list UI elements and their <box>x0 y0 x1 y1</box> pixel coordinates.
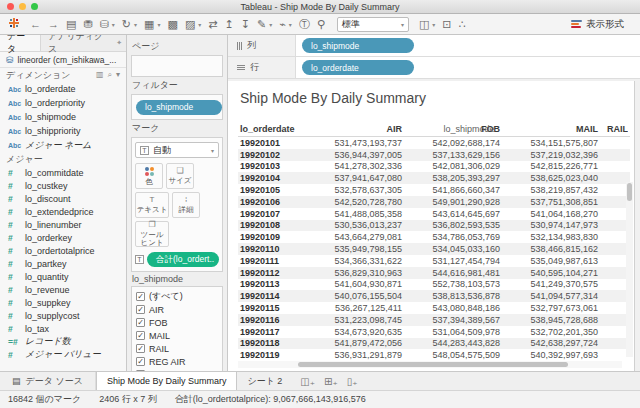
field-メジャー バリュー[interactable]: #メジャー バリュー <box>0 348 126 361</box>
column-dimension-header[interactable]: lo_shipmode <box>308 124 630 136</box>
rows-shelf[interactable]: 行 lo_orderdate <box>228 57 640 79</box>
tableau-logo-icon[interactable] <box>8 17 20 31</box>
undo-icon[interactable]: ← <box>30 19 41 30</box>
table-row[interactable]: 19920101531,473,193,737542,092,688,17453… <box>238 137 630 149</box>
new-dashboard-tab-icon[interactable]: ⊞₊ <box>324 376 338 387</box>
highlight-icon[interactable]: ✎ <box>257 19 266 30</box>
table-row[interactable]: 19920115536,267,125,411543,080,848,18653… <box>238 302 630 314</box>
checkbox-checked-icon[interactable]: ✓ <box>136 318 145 327</box>
show-hide-cards-icon-dropdown[interactable]: ▾ <box>432 21 435 28</box>
field-lo_partkey[interactable]: #lo_partkey <box>0 257 126 270</box>
filters-shelf[interactable]: lo_shipmode <box>131 94 223 120</box>
field-lo_extendedprice[interactable]: #lo_extendedprice <box>0 205 126 218</box>
paperclip-icon[interactable]: ⌁ <box>279 19 286 30</box>
columns-shelf[interactable]: 列 lo_shipmode <box>228 35 640 57</box>
table-row[interactable]: 19920111534,366,331,622531,127,454,79453… <box>238 255 630 267</box>
add-datasource-icon[interactable]: ⛃ <box>83 19 92 30</box>
pause-auto-updates-icon[interactable]: ⛁ <box>100 19 109 30</box>
swap-axes-icon[interactable]: ⇄ <box>208 19 217 30</box>
show-me-button[interactable]: 表示形式 <box>571 18 624 31</box>
filter-option-FOB[interactable]: ✓FOB <box>136 316 218 329</box>
tab-data[interactable]: データ <box>0 35 41 51</box>
checkbox-checked-icon[interactable]: ✓ <box>136 357 145 366</box>
view-as-columns-icon[interactable]: ▥ <box>96 70 104 80</box>
detail-button[interactable]: ⁞詳細 <box>172 192 200 218</box>
sort-ascending-icon[interactable]: ↥ <box>225 19 234 30</box>
field-lo_orderkey[interactable]: #lo_orderkey <box>0 231 126 244</box>
measure-pill[interactable]: 合計(lo_ordert.. <box>147 252 219 267</box>
checkbox-checked-icon[interactable]: ✓ <box>136 292 145 301</box>
field-lo_custkey[interactable]: #lo_custkey <box>0 179 126 192</box>
clear-sheet-icon-dropdown[interactable]: ▾ <box>198 21 201 28</box>
save-icon[interactable]: ▤ <box>66 19 76 30</box>
sort-descending-icon[interactable]: ↧ <box>241 19 250 30</box>
table-row[interactable]: 19920104537,941,647,080538,205,393,29753… <box>238 172 630 184</box>
tooltip-button[interactable]: ❐ツールヒント <box>135 221 169 247</box>
presentation-mode-icon[interactable]: ⊡ <box>442 19 451 30</box>
table-row[interactable]: 19920113541,604,930,871552,738,103,57354… <box>238 279 630 291</box>
field-lo_supplycost[interactable]: #lo_supplycost <box>0 309 126 322</box>
field-lo_suppkey[interactable]: #lo_suppkey <box>0 296 126 309</box>
field-メジャー ネーム[interactable]: Abcメジャー ネーム <box>0 138 126 152</box>
filter-pill[interactable]: lo_shipmode <box>136 100 222 115</box>
columns-pill[interactable]: lo_shipmode <box>302 38 414 53</box>
checkbox-checked-icon[interactable]: ✓ <box>136 331 145 340</box>
mark-type-dropdown[interactable]: T 自動 ▾ <box>135 142 219 158</box>
run-auto-updates-icon-dropdown[interactable]: ▾ <box>134 21 137 28</box>
sheet-tab-2[interactable]: シート 2 <box>237 372 292 390</box>
color-button[interactable]: 色 <box>135 163 163 189</box>
pages-shelf[interactable] <box>131 55 223 77</box>
table-row[interactable]: 19920110535,949,798,155534,045,033,16053… <box>238 243 630 255</box>
size-button[interactable]: ❏サイズ <box>166 163 194 189</box>
share-icon[interactable]: ∴ <box>459 19 466 30</box>
field-lo_orderdate[interactable]: Abclo_orderdate <box>0 82 126 96</box>
pane-menu-icon[interactable]: ▾ <box>116 70 120 80</box>
checkbox-checked-icon[interactable]: ✓ <box>136 305 145 314</box>
filter-option-(すべて)[interactable]: ✓(すべて) <box>136 290 218 303</box>
field-レコード数[interactable]: =#レコード数 <box>0 335 126 348</box>
horizontal-scrollbar-thumb[interactable] <box>298 362 568 367</box>
new-story-tab-icon[interactable]: ▯₊ <box>347 376 358 387</box>
filter-option-REG AIR[interactable]: ✓REG AIR <box>136 355 218 368</box>
field-lo_ordertotalprice[interactable]: #lo_ordertotalprice <box>0 244 126 257</box>
table-row[interactable]: 19920107541,488,085,358543,614,645,69754… <box>238 208 630 220</box>
table-row[interactable]: 19920116531,223,098,745537,394,389,56753… <box>238 314 630 326</box>
table-row[interactable]: 19920103541,278,302,336542,081,306,02954… <box>238 161 630 173</box>
field-lo_tax[interactable]: #lo_tax <box>0 322 126 335</box>
table-row[interactable]: 19920109543,664,279,081534,786,053,76953… <box>238 231 630 243</box>
duplicate-sheet-icon[interactable]: ▩ <box>168 19 178 30</box>
table-row[interactable]: 19920118541,879,472,056544,283,443,82854… <box>238 338 630 350</box>
table-row[interactable]: 19920114540,076,155,504538,813,536,87854… <box>238 290 630 302</box>
new-worksheet-icon-dropdown[interactable]: ▾ <box>158 21 161 28</box>
pane-toggle-icon[interactable]: ✦ <box>116 39 122 47</box>
table-row[interactable]: 19920108530,536,013,237536,802,593,53553… <box>238 220 630 232</box>
field-lo_revenue[interactable]: #lo_revenue <box>0 283 126 296</box>
highlight-icon-dropdown[interactable]: ▾ <box>269 21 272 28</box>
clear-sheet-icon[interactable]: ▨ <box>185 19 195 30</box>
checkbox-checked-icon[interactable]: ✓ <box>136 344 145 353</box>
new-worksheet-tab-icon[interactable]: ◫₊ <box>300 376 315 387</box>
field-lo_linenumber[interactable]: #lo_linenumber <box>0 218 126 231</box>
filter-option-AIR[interactable]: ✓AIR <box>136 303 218 316</box>
paperclip-icon-dropdown[interactable]: ▾ <box>289 21 292 28</box>
field-lo_orderpriority[interactable]: Abclo_orderpriority <box>0 96 126 110</box>
table-row[interactable]: 19920102536,944,397,005537,133,629,15653… <box>238 149 630 161</box>
datasource-tab[interactable]: ▤ データ ソース <box>0 372 96 390</box>
rows-pill[interactable]: lo_orderdate <box>302 60 414 75</box>
find-field-icon[interactable]: ⌕ <box>108 70 112 80</box>
new-worksheet-icon[interactable]: ▦ <box>144 19 154 30</box>
table-row[interactable]: 19920112536,829,310,963544,616,981,48154… <box>238 267 630 279</box>
text-button[interactable]: Tテキスト <box>135 192 169 218</box>
field-lo_quantity[interactable]: #lo_quantity <box>0 270 126 283</box>
field-lo_shipmode[interactable]: Abclo_shipmode <box>0 110 126 124</box>
run-auto-updates-icon[interactable]: ↻ <box>122 19 131 30</box>
filter-option-MAIL[interactable]: ✓MAIL <box>136 329 218 342</box>
filter-option-RAIL[interactable]: ✓RAIL <box>136 342 218 355</box>
horizontal-scrollbar[interactable] <box>238 361 622 368</box>
tab-analytics[interactable]: アナリティクス <box>41 35 116 51</box>
field-lo_commitdate[interactable]: #lo_commitdate <box>0 166 126 179</box>
sheet-tab-1[interactable]: Ship Mode By Daily Summary <box>96 372 238 390</box>
field-lo_discount[interactable]: #lo_discount <box>0 192 126 205</box>
pin-icon[interactable]: ⚲ <box>317 19 325 30</box>
label-icon[interactable]: Ⓣ <box>299 19 310 30</box>
